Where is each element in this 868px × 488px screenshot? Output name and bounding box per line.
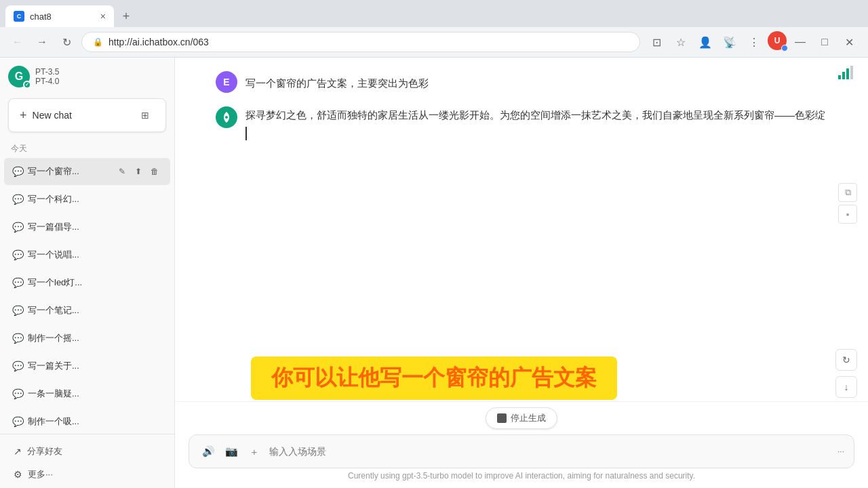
- speaker-button[interactable]: 🔊: [199, 442, 218, 461]
- profile-badge: [781, 45, 788, 52]
- maximize-button[interactable]: □: [814, 31, 835, 53]
- chat-bubble-icon: 💬: [12, 249, 24, 260]
- chat-input[interactable]: [269, 446, 832, 457]
- delete-chat-button[interactable]: 🗑: [147, 359, 162, 373]
- share-chat-button[interactable]: ⬆: [131, 303, 146, 318]
- settings-button[interactable]: ⋮: [743, 31, 765, 53]
- chat-item-title: 一条一脑疑...: [28, 388, 111, 400]
- user-message: E 写一个窗帘的广告文案，主要突出为色彩: [216, 71, 827, 93]
- scroll-down-button[interactable]: ↓: [835, 376, 857, 398]
- tab-bar: C chat8 × +: [0, 0, 868, 27]
- share-chat-button[interactable]: ⬆: [131, 192, 146, 207]
- stop-icon: [497, 413, 507, 423]
- edit-chat-button[interactable]: ✎: [115, 414, 130, 429]
- stop-label: 停止生成: [511, 412, 546, 424]
- send-options-button[interactable]: ···: [837, 447, 844, 456]
- delete-chat-button[interactable]: 🗑: [147, 303, 162, 318]
- back-button[interactable]: ←: [8, 33, 27, 52]
- chat-item[interactable]: 💬 写一个笔记... ✎ ⬆ 🗑: [4, 297, 170, 324]
- tab-close-button[interactable]: ×: [100, 11, 106, 22]
- model-labels: PT-3.5 PT-4.0: [35, 67, 59, 86]
- subtitle-text: 你可以让他写一个窗帘的广告文案: [271, 365, 597, 390]
- delete-chat-button[interactable]: 🗑: [147, 220, 162, 235]
- delete-chat-button[interactable]: 🗑: [147, 192, 162, 207]
- svg-rect-0: [838, 75, 841, 79]
- bookmark-button[interactable]: ☆: [670, 31, 692, 53]
- user-message-text: 写一个窗帘的广告文案，主要突出为色彩: [245, 71, 429, 92]
- chat-item[interactable]: 💬 写一个说唱... ✎ ⬆ 🗑: [4, 241, 170, 268]
- gear-icon: ⚙: [14, 469, 22, 480]
- new-chat-button[interactable]: + New chat ⊞: [8, 98, 166, 132]
- chat-item[interactable]: 💬 写一篇倡导... ✎ ⬆ 🗑: [4, 214, 170, 241]
- stop-generation-button[interactable]: 停止生成: [486, 407, 557, 429]
- extensions-button[interactable]: ⊡: [646, 31, 667, 53]
- delete-chat-button[interactable]: 🗑: [147, 331, 162, 346]
- edit-chat-button[interactable]: ✎: [115, 164, 130, 179]
- delete-chat-button[interactable]: 🗑: [147, 247, 162, 262]
- logo-area: G PT-3.5 PT-4.0: [8, 66, 59, 87]
- chat-item[interactable]: 💬 写一个科幻... ✎ ⬆ 🗑: [4, 186, 170, 213]
- edit-chat-button[interactable]: ✎: [115, 386, 130, 401]
- more-options-button[interactable]: ⚙ 更多···: [8, 463, 166, 486]
- forward-button[interactable]: →: [33, 33, 52, 52]
- chat-item[interactable]: 💬 制作一个摇... ✎ ⬆ 🗑: [4, 325, 170, 352]
- model-label-2: PT-4.0: [35, 77, 59, 86]
- ai-message-text: 探寻梦幻之色，舒适而独特的家居生活从一缕光影开始。为您的空间增添一抹艺术之美，我…: [245, 106, 827, 124]
- edit-chat-button[interactable]: ✎: [115, 359, 130, 373]
- delete-chat-button[interactable]: 🗑: [147, 164, 162, 179]
- chat-item[interactable]: 💬 制作一个吸... ✎ ⬆ 🗑: [4, 408, 170, 434]
- share-chat-button[interactable]: ⬆: [131, 164, 146, 179]
- add-button[interactable]: +: [245, 442, 264, 461]
- share-label: 分享好友: [27, 445, 62, 458]
- chat-item[interactable]: 💬 写一篇关于... ✎ ⬆ 🗑: [4, 352, 170, 380]
- delete-chat-button[interactable]: 🗑: [147, 386, 162, 401]
- sidebar-toggle-button[interactable]: ⊞: [136, 106, 155, 125]
- chat-item-title: 写一个led灯...: [28, 277, 111, 289]
- status-bar: Curently using gpt-3.5-turbo model to im…: [189, 468, 854, 481]
- chat-item[interactable]: 💬 写一个窗帘... ✎ ⬆ 🗑: [4, 158, 170, 185]
- share-chat-button[interactable]: ⬆: [131, 247, 146, 262]
- edit-chat-button[interactable]: ✎: [115, 247, 130, 262]
- browser-chrome: C chat8 × + ← → ↻ 🔒 http://ai.ichatbox.c…: [0, 0, 868, 58]
- cast-button[interactable]: 📡: [719, 31, 741, 53]
- edit-chat-button[interactable]: ✎: [115, 220, 130, 235]
- address-input[interactable]: 🔒 http://ai.ichatbox.cn/063: [81, 32, 640, 52]
- copy-button[interactable]: ⧉: [838, 183, 857, 202]
- chat-bubble-icon: 💬: [12, 333, 24, 344]
- share-chat-button[interactable]: ⬆: [131, 386, 146, 401]
- refresh-button[interactable]: ↻: [835, 349, 857, 371]
- chat-bubble-icon: 💬: [12, 361, 24, 371]
- share-chat-button[interactable]: ⬆: [131, 331, 146, 346]
- more-label: 更多···: [28, 468, 53, 481]
- profile-image-button[interactable]: 👤: [694, 31, 716, 53]
- share-chat-button[interactable]: ⬆: [131, 220, 146, 235]
- browser-tab[interactable]: C chat8 ×: [5, 5, 114, 27]
- edit-chat-button[interactable]: ✎: [115, 331, 130, 346]
- delete-chat-button[interactable]: 🗑: [147, 414, 162, 429]
- chat-bubble-icon: 💬: [12, 166, 24, 177]
- close-browser-button[interactable]: ✕: [838, 31, 860, 53]
- svg-rect-2: [846, 68, 849, 79]
- edit-chat-button[interactable]: ✎: [115, 303, 130, 318]
- chat-bubble-icon: 💬: [12, 388, 24, 399]
- chat-item[interactable]: 💬 写一个led灯... ✎ ⬆ 🗑: [4, 269, 170, 296]
- new-tab-button[interactable]: +: [117, 7, 136, 26]
- delete-chat-button[interactable]: 🗑: [147, 275, 162, 290]
- ai-message: 探寻梦幻之色，舒适而独特的家居生活从一缕光影开始。为您的空间增添一抹艺术之美，我…: [216, 106, 827, 140]
- share-chat-button[interactable]: ⬆: [131, 414, 146, 429]
- refresh-button[interactable]: ↻: [57, 33, 76, 52]
- chat-item[interactable]: 💬 一条一脑疑... ✎ ⬆ 🗑: [4, 380, 170, 407]
- profile-button[interactable]: U: [768, 31, 787, 50]
- share-friends-button[interactable]: ↗ 分享好友: [8, 440, 166, 463]
- share-chat-button[interactable]: ⬆: [131, 359, 146, 373]
- chat-bubble-icon: 💬: [12, 305, 24, 316]
- small-copy-button[interactable]: ▪: [838, 205, 857, 224]
- edit-chat-button[interactable]: ✎: [115, 192, 130, 207]
- share-chat-button[interactable]: ⬆: [131, 275, 146, 290]
- camera-button[interactable]: 📷: [222, 442, 241, 461]
- svg-point-4: [225, 116, 228, 119]
- svg-rect-1: [842, 72, 845, 79]
- share-icon: ↗: [14, 446, 22, 457]
- minimize-button[interactable]: —: [789, 31, 811, 53]
- edit-chat-button[interactable]: ✎: [115, 275, 130, 290]
